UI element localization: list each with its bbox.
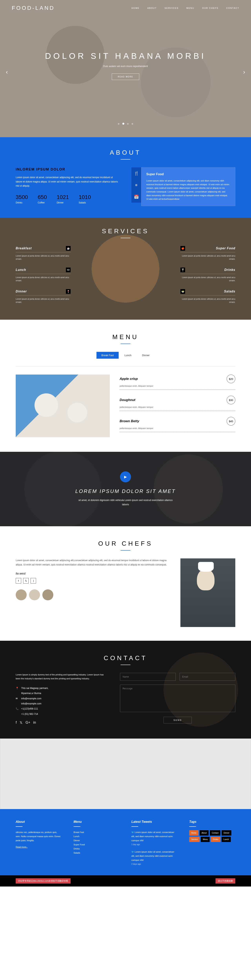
video-title: LOREM IPSUM DOLOR SIT AMET <box>75 488 176 494</box>
tag[interactable]: Dinner <box>222 830 231 835</box>
tag[interactable]: About <box>200 830 209 835</box>
nav-about[interactable]: ABOUT <box>147 7 157 9</box>
nav-contact[interactable]: CONTACT <box>226 7 239 9</box>
footer-menu-title: Menu <box>74 819 120 825</box>
hero-dots <box>0 122 251 126</box>
hero-prev-arrow[interactable]: ‹ <box>0 68 14 75</box>
tag[interactable]: Menu <box>201 837 209 842</box>
service-icon: ☕ <box>66 246 70 251</box>
tag[interactable]: Lunch <box>222 837 231 842</box>
readmore-link[interactable]: Read more.. <box>16 845 62 849</box>
email-input[interactable] <box>180 673 235 681</box>
logo[interactable]: FOOD-LAND <box>12 5 55 11</box>
location-icon: 📍 <box>16 686 19 691</box>
contact-phone2: +1 (01) 562-714 <box>21 711 38 717</box>
twitter-icon[interactable]: 𝕏 <box>19 721 22 725</box>
contact-intro: Lorem Ipsum is simply dummy text of the … <box>16 673 104 681</box>
chef-photo <box>181 558 235 627</box>
mail-icon: ✉ <box>16 696 19 701</box>
chef-name: lia west <box>16 572 169 575</box>
dot-3[interactable] <box>127 123 129 125</box>
service-icon: 🍸 <box>181 267 185 272</box>
chef-thumb-2[interactable] <box>29 589 40 600</box>
copyright-left: 仿站帮专用标记bbs.zlenluo.com未授权不得翻录转载 <box>16 878 70 884</box>
tab-breakfast[interactable]: Break Fast <box>96 352 118 359</box>
service-item: Salads🥗Lorem ipsum at porta donec ultric… <box>181 289 235 304</box>
tag[interactable]: Service <box>189 837 200 842</box>
play-button[interactable]: ▶ <box>120 471 131 482</box>
service-icon: 🍷 <box>66 289 70 294</box>
service-item: Dinner🍷Lorem ipsum at porta donec ultric… <box>16 289 70 304</box>
nav-services[interactable]: SERVICES <box>165 7 179 9</box>
hero-subtitle: Duis autem vel eum iriure reprehenderit <box>0 65 251 68</box>
menu-title: MENU <box>16 333 235 340</box>
footer-menu-link[interactable]: Break Fast <box>74 830 120 834</box>
list-icon[interactable]: ≡ <box>131 179 141 191</box>
calendar-icon[interactable]: 📅 <box>131 191 141 203</box>
menu-item: Apple crisp$20pellentesque enim. Aliquam… <box>120 375 235 390</box>
footer-menu-link[interactable]: Drinks <box>74 847 120 851</box>
linkedin-icon[interactable]: in <box>34 721 36 725</box>
tag[interactable]: Contact <box>210 830 221 835</box>
chefs-title: OUR CHEFS <box>16 540 235 547</box>
menu-item: Doughnut$30pellentesque enim. Aliquam te… <box>120 396 235 411</box>
facebook-icon[interactable]: f <box>16 721 17 725</box>
dot-4[interactable] <box>131 123 133 125</box>
utensils-icon[interactable]: 🍴 <box>131 167 141 179</box>
contact-address: This sai Magway yarmani, Myanmar,ur Burm… <box>21 686 48 696</box>
stat: 1010Salads <box>78 194 91 204</box>
footer-about-text: ultricies nec, pellentesque eu, pretium … <box>16 830 62 843</box>
price-badge: $30 <box>227 396 235 404</box>
tab-lunch[interactable]: Lunch <box>120 352 136 359</box>
nav-home[interactable]: HOME <box>131 7 139 9</box>
rss-icon[interactable]: ⟩ <box>30 578 36 584</box>
tag[interactable]: Drinks <box>211 837 220 842</box>
service-item: Lunch🍽Lorem ipsum at porta donec ultrici… <box>16 267 70 282</box>
map[interactable] <box>0 738 251 809</box>
footer-menu-link[interactable]: Lunch <box>74 834 120 838</box>
tweet: 🐦 Lorem ipsum dolor sit amet, consectetu… <box>131 830 177 846</box>
tag[interactable]: Home <box>189 830 198 835</box>
nav-menu[interactable]: MENU <box>186 7 194 9</box>
name-input[interactable] <box>120 673 176 681</box>
contact-title: CONTACT <box>16 654 235 662</box>
menu-item: Brown Betty$45pellentesque enim. Aliquam… <box>120 417 235 432</box>
contact-email1: info@example.com <box>21 696 42 701</box>
stat: 1021Dinner <box>57 194 69 204</box>
send-button[interactable]: SEND <box>163 717 192 724</box>
hero-readmore-button[interactable]: READ MORE <box>112 73 139 80</box>
feature-title: Super Food <box>146 172 230 176</box>
service-icon: 🍽 <box>66 267 70 272</box>
phone-icon: 📞 <box>16 706 19 711</box>
service-icon: 🍎 <box>181 246 185 251</box>
facebook-icon[interactable]: f <box>16 578 21 584</box>
chef-thumb-3[interactable] <box>42 589 53 600</box>
message-input[interactable] <box>120 685 235 712</box>
divider <box>121 665 130 665</box>
stat: 650Coffee <box>38 194 47 204</box>
contact-phone1: +1(123)456-111 <box>21 706 38 711</box>
hero-next-arrow[interactable]: › <box>237 68 251 75</box>
google-icon[interactable]: G+ <box>26 721 30 725</box>
footer-menu-link[interactable]: Super Food <box>74 843 120 847</box>
feature-text: Lorem ipsum dolor sit amet, consectetuer… <box>146 179 230 201</box>
dot-1[interactable] <box>118 123 120 125</box>
price-badge: $45 <box>227 417 235 425</box>
footer-menu-link[interactable]: Salads <box>74 851 120 855</box>
video-text: sit amet, et dolorem dignissim nibh vehi… <box>77 498 174 507</box>
tab-dinner[interactable]: Dinner <box>137 352 154 359</box>
tweet: 🐦 Lorem ipsum dolor sit amet, consectetu… <box>131 850 177 866</box>
footer-menu-link[interactable]: Dinner <box>74 838 120 843</box>
hero-title: DOLOR SIT HABANA MORBI <box>0 51 251 61</box>
twitter-icon[interactable]: 𝕏 <box>23 578 29 584</box>
service-item: Breakfast☕Lorem ipsum at porta donec ult… <box>16 246 70 261</box>
about-text: Lorem ipsum dolor sit amet, consectetuer… <box>16 175 120 188</box>
nav-chefs[interactable]: OUR CHEFS <box>202 7 219 9</box>
dot-2[interactable] <box>122 123 124 125</box>
stat: 3500Drinks <box>16 194 28 204</box>
footer-about-title: About <box>16 819 62 825</box>
chef-thumb-1[interactable] <box>16 589 27 600</box>
copyright-right[interactable]: 跳过不想删就删 <box>216 878 235 884</box>
about-title: ABOUT <box>16 149 235 156</box>
service-icon: 🥗 <box>181 289 185 294</box>
